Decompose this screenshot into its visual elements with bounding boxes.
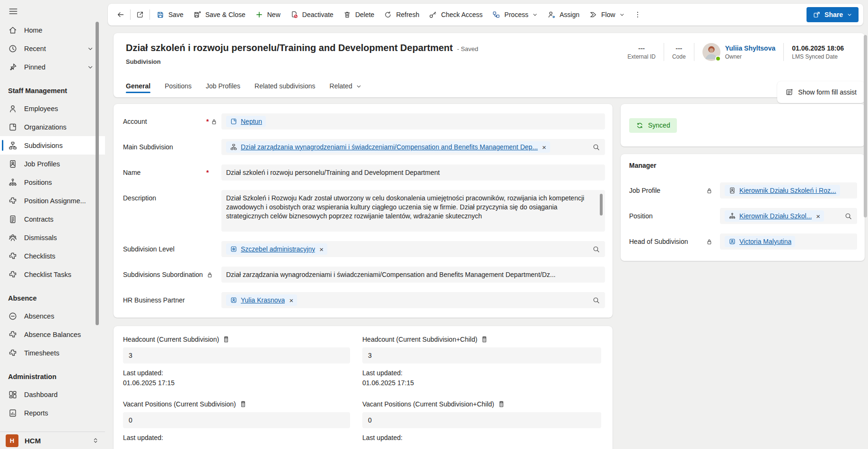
tab-related[interactable]: Related xyxy=(330,82,362,97)
sidebar-item-position-assignments[interactable]: Position Assignme... xyxy=(0,191,105,210)
more-vertical-icon xyxy=(633,10,642,19)
lookup-link[interactable]: Szczebel administracyjny xyxy=(241,245,315,253)
description-scrollbar-thumb[interactable] xyxy=(600,194,603,216)
clear-value-button[interactable]: × xyxy=(289,297,293,304)
main-subdivision-lookup-pill[interactable]: Dział zarządzania wynagrodzeniami i świa… xyxy=(226,141,550,153)
sidebar-item-timesheets[interactable]: Timesheets xyxy=(0,344,105,362)
headcount-current-field[interactable]: 3 xyxy=(123,347,350,363)
description-field[interactable]: Dział Szkoleń i Rozwoju Kadr został utwo… xyxy=(221,190,605,232)
main-scrollbar-thumb[interactable] xyxy=(864,35,867,217)
sidebar-item-reports[interactable]: Reports xyxy=(0,404,105,422)
chevron-down-icon[interactable] xyxy=(87,45,94,52)
sidebar-item-label: Checklists xyxy=(24,252,55,260)
position-lookup-pill[interactable]: Kierownik Działu Szkol... × xyxy=(725,210,824,222)
sidebar-item-home[interactable]: Home xyxy=(0,21,105,39)
account-field[interactable]: Neptun xyxy=(221,113,605,130)
process-button[interactable]: Process xyxy=(487,7,543,23)
sidebar-item-checklists[interactable]: Checklists xyxy=(0,247,105,265)
check-access-button[interactable]: Check Access xyxy=(424,7,487,23)
assign-button[interactable]: Assign xyxy=(543,7,584,23)
vacant-total-field[interactable]: 0 xyxy=(362,412,601,428)
tab-general[interactable]: General xyxy=(126,82,150,97)
hr-business-partner-lookup-pill[interactable]: Yulia Krasnova × xyxy=(226,294,297,306)
share-button[interactable]: Share xyxy=(807,7,859,22)
clear-value-button[interactable]: × xyxy=(542,144,546,151)
lookup-link[interactable]: Kierownik Działu Szkoleń i Roz... xyxy=(739,187,836,194)
search-icon[interactable] xyxy=(844,212,852,220)
sidebar-item-absence-balances[interactable]: Absence Balances xyxy=(0,325,105,344)
search-icon[interactable] xyxy=(592,143,600,151)
stat-label: Vacant Positions (Current Subdivision+Ch… xyxy=(362,400,494,408)
clear-value-button[interactable]: × xyxy=(319,246,324,253)
id-badge-icon xyxy=(728,187,736,194)
name-field[interactable]: Dział szkoleń i rozwoju personelu/Traini… xyxy=(221,164,605,181)
sidebar-item-recent[interactable]: Recent xyxy=(0,39,105,58)
search-icon[interactable] xyxy=(592,296,600,304)
sidebar-item-label: Dashboard xyxy=(24,391,58,398)
sidebar-item-checklist-tasks[interactable]: Checklist Tasks xyxy=(0,265,105,284)
form-fill-assist-button[interactable]: Show form fill assist xyxy=(777,81,865,103)
lookup-link[interactable]: Kierownik Działu Szkol... xyxy=(739,212,812,220)
vacant-total-stat: Vacant Positions (Current Subdivision+Ch… xyxy=(362,400,601,443)
head-of-subdivision-field[interactable]: Victoria Malyutina xyxy=(720,233,857,250)
sidebar-item-label: Pinned xyxy=(24,63,45,71)
main-subdivision-field[interactable]: Dział zarządzania wynagrodzeniami i świa… xyxy=(221,139,605,155)
headcount-total-field[interactable]: 3 xyxy=(362,347,601,363)
tab-related-subdivisions[interactable]: Related subdivisions xyxy=(254,82,315,97)
owner-avatar[interactable] xyxy=(702,43,720,61)
app-switcher[interactable]: H HCM xyxy=(0,432,105,449)
head-of-subdivision-lookup-pill[interactable]: Victoria Malyutina xyxy=(725,236,795,247)
back-button[interactable] xyxy=(113,7,129,23)
lookup-link[interactable]: Neptun xyxy=(241,118,262,125)
account-lookup-pill[interactable]: Neptun xyxy=(226,116,266,127)
sidebar-item-dashboard[interactable]: Dashboard xyxy=(0,385,105,404)
description-row: Description Dział Szkoleń i Rozwoju Kadr… xyxy=(123,190,605,232)
unfold-icon[interactable] xyxy=(92,437,99,444)
sidebar-group-staff-management: Staff Management xyxy=(0,76,105,99)
lookup-link[interactable]: Yulia Krasnova xyxy=(241,296,285,304)
chevron-down-icon[interactable] xyxy=(87,64,94,70)
new-button[interactable]: New xyxy=(250,7,285,23)
owner-link[interactable]: Yuliia Shyltsova xyxy=(725,44,776,52)
lookup-link[interactable]: Dział zarządzania wynagrodzeniami i świa… xyxy=(241,143,538,151)
save-button[interactable]: Save xyxy=(151,7,188,23)
person-badge-icon xyxy=(728,238,736,245)
sidebar-scrollbar-thumb[interactable] xyxy=(96,22,99,325)
sidebar-item-absences[interactable]: Absences xyxy=(0,307,105,325)
stat-value: 0 xyxy=(368,416,372,424)
tab-job-profiles[interactable]: Job Profiles xyxy=(206,82,240,97)
subdivision-level-lookup-pill[interactable]: Szczebel administracyjny × xyxy=(226,243,327,255)
sidebar-item-contracts[interactable]: Contracts xyxy=(0,210,105,228)
more-commands-button[interactable] xyxy=(630,7,646,23)
save-and-close-button[interactable]: Save & Close xyxy=(188,7,250,23)
sidebar-item-positions[interactable]: Positions xyxy=(0,173,105,191)
job-profile-field[interactable]: Kierownik Działu Szkoleń i Roz... xyxy=(720,182,857,199)
tab-positions[interactable]: Positions xyxy=(165,82,192,97)
vacant-current-field[interactable]: 0 xyxy=(123,412,350,428)
sidebar-item-job-profiles[interactable]: Job Profiles xyxy=(0,155,105,173)
popout-button[interactable] xyxy=(132,7,148,23)
hr-business-partner-field[interactable]: Yulia Krasnova × xyxy=(221,292,605,308)
subdivisions-subordination-field[interactable]: Dział zarządzania wynagrodzeniami i świa… xyxy=(221,267,605,283)
lms-synced-date-label: LMS Synced Date xyxy=(792,53,838,60)
document-icon xyxy=(8,215,18,224)
delete-button[interactable]: Delete xyxy=(338,7,379,23)
sidebar-group-absence: Absence xyxy=(0,284,105,307)
sidebar-item-subdivisions[interactable]: Subdivisions xyxy=(0,136,105,155)
sidebar-item-pinned[interactable]: Pinned xyxy=(0,58,105,76)
position-field[interactable]: Kierownik Działu Szkol... × xyxy=(720,208,857,224)
sidebar-item-employees[interactable]: Employees xyxy=(0,99,105,118)
deactivate-button[interactable]: Deactivate xyxy=(285,7,338,23)
refresh-button[interactable]: Refresh xyxy=(379,7,424,23)
hamburger-menu-button[interactable] xyxy=(0,0,105,21)
subdivision-level-field[interactable]: Szczebel administracyjny × xyxy=(221,241,605,257)
sidebar-item-dismissals[interactable]: Dismissals xyxy=(0,228,105,247)
clear-value-button[interactable]: × xyxy=(816,213,820,220)
lookup-link[interactable]: Victoria Malyutina xyxy=(739,238,791,245)
home-icon xyxy=(8,26,18,35)
calculator-icon xyxy=(222,336,230,343)
sidebar-item-organizations[interactable]: Organizations xyxy=(0,118,105,136)
flow-button[interactable]: Flow xyxy=(584,7,630,23)
search-icon[interactable] xyxy=(592,245,600,253)
job-profile-lookup-pill[interactable]: Kierownik Działu Szkoleń i Roz... xyxy=(725,185,840,196)
